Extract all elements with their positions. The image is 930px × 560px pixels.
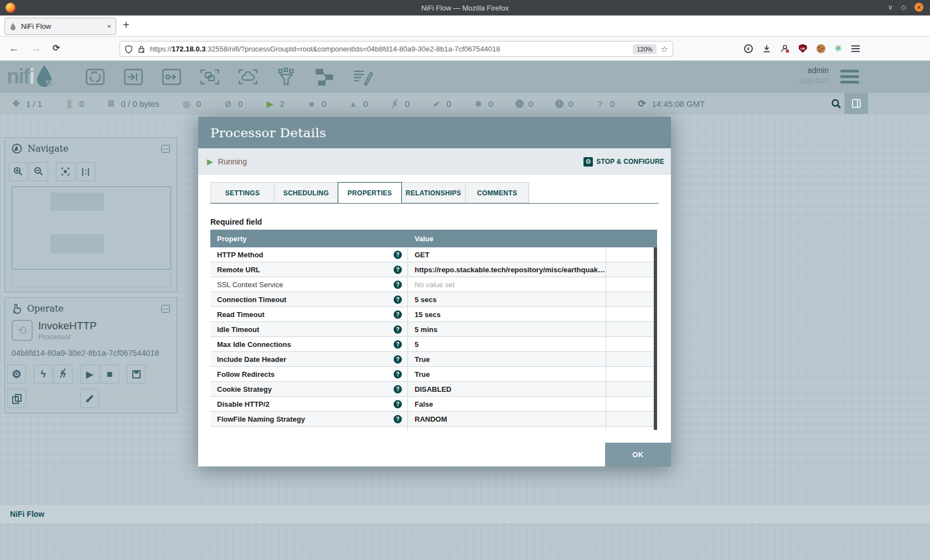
add-output-port-icon[interactable] (157, 65, 186, 89)
help-icon[interactable] (394, 251, 402, 259)
fill-color-button[interactable] (80, 389, 99, 408)
download-icon[interactable] (762, 44, 771, 53)
help-icon[interactable] (394, 281, 402, 289)
new-tab-button[interactable]: + (123, 19, 130, 32)
extension-asterisk-icon[interactable]: ✳ (835, 43, 842, 54)
property-name-cell: Read Timeout (210, 307, 408, 322)
reload-button[interactable]: ⟳ (53, 43, 60, 53)
property-value-cell[interactable]: True (408, 352, 606, 366)
operate-header[interactable]: Operate — (5, 298, 177, 319)
account-icon[interactable] (781, 44, 789, 53)
property-name-cell: Disable HTTP/2 (210, 397, 408, 411)
refresh-icon[interactable] (637, 99, 647, 108)
help-icon[interactable] (394, 310, 402, 319)
help-icon[interactable] (394, 266, 402, 274)
add-template-icon[interactable] (310, 65, 339, 89)
property-value-cell[interactable]: No value set (408, 277, 606, 292)
configure-button[interactable] (7, 365, 26, 383)
tab-settings[interactable]: SETTINGS (210, 182, 275, 203)
dialog-title: Processor Details (210, 126, 326, 140)
tab-comments[interactable]: COMMENTS (465, 182, 529, 203)
property-value-cell[interactable]: 5 mins (408, 322, 606, 336)
browser-menu-icon[interactable] (851, 45, 860, 52)
settings-panel-button[interactable] (845, 93, 868, 114)
trash-icon (112, 395, 118, 402)
add-funnel-icon[interactable] (272, 65, 301, 89)
property-value-cell[interactable]: RANDOM (408, 412, 606, 426)
navigate-header[interactable]: Navigate — (5, 138, 177, 159)
birdseye-minimap[interactable] (12, 186, 171, 269)
ok-button[interactable]: OK (605, 443, 671, 466)
add-label-icon[interactable] (348, 65, 377, 89)
properties-table: Property Value HTTP MethodGETRemote URLh… (210, 230, 657, 430)
help-icon[interactable] (394, 400, 402, 408)
ublock-icon[interactable]: U0 (799, 44, 807, 53)
help-icon[interactable] (394, 340, 402, 349)
dialog-header[interactable]: Processor Details (198, 117, 671, 148)
save-template-button[interactable] (127, 365, 146, 383)
search-icon[interactable] (831, 98, 841, 109)
pocket-icon[interactable]: ∨ (744, 44, 753, 53)
property-value-cell[interactable]: 5 secs (408, 292, 606, 307)
property-name-cell: Follow Redirects (210, 367, 408, 381)
zoom-in-button[interactable] (9, 162, 28, 181)
zoom-fit-button[interactable] (56, 162, 75, 181)
add-processor-icon[interactable] (81, 65, 110, 89)
help-icon[interactable] (394, 430, 402, 431)
back-button[interactable]: ← (9, 43, 19, 54)
help-icon[interactable] (394, 370, 402, 378)
property-value-cell[interactable]: No value set (408, 427, 606, 430)
empty-cell (606, 427, 657, 430)
tab-relationships[interactable]: RELATIONSHIPS (401, 182, 466, 203)
stop-button[interactable] (100, 365, 119, 383)
tab-scheduling[interactable]: SCHEDULING (274, 182, 338, 203)
lock-icon[interactable] (137, 45, 146, 54)
browser-tab-nifi-flow[interactable]: NiFi Flow × (4, 18, 116, 35)
zoom-level-badge[interactable]: 120% (633, 44, 656, 54)
tab-close-icon[interactable]: × (107, 22, 111, 30)
add-input-port-icon[interactable] (119, 65, 148, 89)
disable-button[interactable] (54, 365, 73, 383)
window-maximize-icon[interactable]: ◇ (901, 3, 906, 11)
global-menu-icon[interactable] (840, 70, 859, 84)
start-button[interactable] (80, 365, 99, 383)
stop-and-configure-button[interactable]: STOP & CONFIGURE (583, 157, 664, 167)
help-icon[interactable] (394, 385, 402, 393)
cookie-icon[interactable] (817, 44, 825, 53)
property-value-cell[interactable]: https://repo.stackable.tech/repository/m… (408, 262, 606, 277)
property-value-cell[interactable]: GET (408, 247, 606, 262)
enable-button[interactable] (34, 365, 53, 383)
property-value-cell[interactable]: 15 secs (408, 307, 606, 322)
copy-button[interactable] (7, 389, 26, 408)
url-bar[interactable]: https://172.18.0.3:32558/nifi/?processGr… (120, 41, 673, 57)
help-icon[interactable] (394, 355, 402, 364)
properties-table-rows: HTTP MethodGETRemote URLhttps://repo.sta… (210, 247, 657, 430)
tab-properties[interactable]: PROPERTIES (338, 182, 402, 203)
add-process-group-icon[interactable] (195, 65, 224, 89)
property-value-cell[interactable]: DISABLED (408, 382, 606, 396)
shield-icon[interactable] (125, 45, 133, 54)
table-scrollbar[interactable] (654, 247, 657, 430)
collapse-navigate-icon[interactable]: — (161, 145, 170, 153)
help-icon[interactable] (394, 295, 402, 304)
running-status-icon: ▶ (207, 157, 213, 166)
logout-link[interactable]: LOG OUT (799, 77, 829, 84)
bookmark-star-icon[interactable]: ☆ (661, 44, 668, 54)
dialog-status-bar: ▶ Running STOP & CONFIGURE (198, 148, 671, 175)
property-value-cell[interactable]: True (408, 367, 606, 381)
add-remote-process-group-icon[interactable] (234, 65, 262, 89)
help-icon[interactable] (394, 325, 402, 334)
zoom-actual-button[interactable]: |:| (76, 162, 95, 181)
property-value-cell[interactable]: False (408, 397, 606, 411)
url-text[interactable]: https://172.18.0.3:32558/nifi/?processGr… (150, 45, 628, 53)
property-value-cell[interactable]: 5 (408, 337, 606, 351)
breadcrumb[interactable]: NiFi Flow (10, 510, 44, 518)
zoom-out-button[interactable] (29, 162, 48, 181)
window-close-icon[interactable]: × (914, 3, 923, 12)
help-icon[interactable] (394, 415, 402, 423)
table-row: FlowFile Naming StrategyRANDOM (210, 412, 657, 427)
window-minimize-icon[interactable]: ∨ (888, 3, 893, 11)
collapse-operate-icon[interactable]: — (161, 305, 170, 313)
selected-component-id[interactable]: 04b8fd14-80a9-30e2-8b1a-7cf067544018 (12, 349, 159, 357)
table-row: Follow RedirectsTrue (210, 367, 657, 382)
